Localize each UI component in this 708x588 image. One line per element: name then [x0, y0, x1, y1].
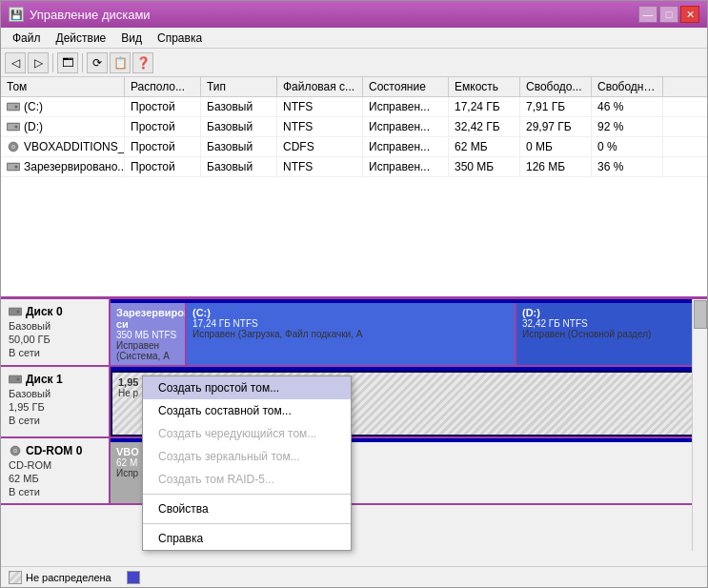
svg-point-11 — [15, 166, 18, 169]
partition-reserved[interactable]: Зарезервировано си 350 МБ NTFS Исправен … — [111, 303, 187, 365]
col-free[interactable]: Свободо... — [520, 77, 592, 96]
svg-point-2 — [15, 106, 18, 109]
up-button[interactable]: 🗔 — [57, 52, 78, 73]
cell-3-7: 36 % — [592, 157, 663, 176]
svg-point-8 — [12, 146, 14, 148]
disk-label-status-0: В сети — [9, 347, 101, 358]
cell-3-6: 126 МБ — [520, 157, 592, 176]
partition-fs: 350 МБ NTFS — [116, 330, 179, 340]
back-button[interactable]: ◁ — [5, 52, 26, 73]
partition-d[interactable]: (D:) 32,42 ГБ NTFS Исправен (Основной ра… — [516, 303, 707, 365]
disk-partitions-0: Зарезервировано си 350 МБ NTFS Исправен … — [111, 299, 707, 365]
disk-label-1: Диск 1 Базовый 1,95 ГБ В сети — [1, 367, 111, 436]
cell-1-7: 92 % — [592, 117, 663, 136]
cell-1-2: Базовый — [201, 117, 277, 136]
disk-label-status-1: В сети — [9, 415, 101, 426]
cell-2-5: 62 МБ — [449, 137, 520, 156]
properties-button[interactable]: 📋 — [110, 52, 131, 73]
minimize-button[interactable]: — — [638, 6, 657, 23]
menu-help[interactable]: Справка — [150, 30, 210, 46]
cell-name-1: (D:) — [1, 117, 125, 136]
scroll-thumb[interactable] — [694, 300, 707, 329]
cell-0-1: Простой — [125, 97, 201, 116]
partition-status: Исправен (Загрузка, Файл подкачки, А — [192, 329, 509, 339]
col-type[interactable]: Тип — [201, 77, 277, 96]
cell-2-2: Базовый — [201, 137, 277, 156]
cell-3-3: NTFS — [277, 157, 363, 176]
cell-1-5: 32,42 ГБ — [449, 117, 520, 136]
col-volume[interactable]: Том — [1, 77, 125, 96]
disk-label-title-1: Диск 1 — [9, 373, 101, 386]
refresh-button[interactable]: ⟳ — [87, 52, 108, 73]
disk0-icon — [9, 306, 22, 317]
col-status[interactable]: Состояние — [363, 77, 449, 96]
legend-unalloc: Не распределена — [9, 571, 111, 584]
ctx-create-raid5: Создать том RAID-5... — [143, 468, 351, 491]
col-location[interactable]: Располо... — [125, 77, 201, 96]
menu-bar: Файл Действие Вид Справка — [1, 28, 707, 49]
forward-button[interactable]: ▷ — [28, 52, 49, 73]
menu-view[interactable]: Вид — [113, 30, 150, 46]
hdd-icon — [7, 161, 20, 172]
ctx-create-mirror: Создать зеркальный том... — [143, 445, 351, 468]
disk-row-0: Диск 0 Базовый 50,00 ГБ В сети Зарезерви… — [1, 299, 707, 367]
disk-label-cdrom: CD-ROM 0 CD-ROM 62 МБ В сети — [1, 438, 111, 503]
cell-1-4: Исправен... — [363, 117, 449, 136]
table-row[interactable]: VBOXADDITIONS_... Простой Базовый CDFS И… — [1, 137, 707, 157]
cell-0-4: Исправен... — [363, 97, 449, 116]
context-menu: Создать простой том... Создать составной… — [142, 375, 352, 551]
table-row[interactable]: (D:) Простой Базовый NTFS Исправен... 32… — [1, 117, 707, 137]
svg-point-5 — [15, 126, 18, 129]
svg-point-15 — [17, 378, 20, 381]
disk-label-0: Диск 0 Базовый 50,00 ГБ В сети — [1, 299, 111, 365]
svg-rect-14 — [9, 375, 22, 383]
close-button[interactable]: ✕ — [680, 6, 699, 23]
disk-rows: Диск 0 Базовый 50,00 ГБ В сети Зарезерви… — [1, 299, 707, 566]
cell-2-1: Простой — [125, 137, 201, 156]
cell-3-5: 350 МБ — [449, 157, 520, 176]
cell-0-7: 46 % — [592, 97, 663, 116]
partition-fs: 32,42 ГБ NTFS — [522, 318, 699, 329]
disk-label-size-0: 50,00 ГБ — [9, 334, 101, 345]
menu-action[interactable]: Действие — [49, 30, 114, 46]
cell-2-6: 0 МБ — [520, 137, 592, 156]
ctx-create-spanned[interactable]: Создать составной том... — [143, 399, 351, 422]
title-bar-left: 💾 Управление дисками — [9, 7, 151, 22]
table-row[interactable]: Зарезервировано... Простой Базовый NTFS … — [1, 157, 707, 177]
col-filesystem[interactable]: Файловая с... — [277, 77, 363, 96]
ctx-separator-2 — [143, 523, 351, 524]
hdd-icon — [7, 101, 20, 112]
partition-status: Исправен (Система, A — [116, 340, 179, 361]
partition-status: Исправен (Основной раздел) — [522, 329, 699, 339]
legend-primary — [127, 571, 140, 584]
svg-point-13 — [17, 311, 20, 314]
toolbar-separator-2 — [82, 53, 83, 72]
table-row[interactable]: (C:) Простой Базовый NTFS Исправен... 17… — [1, 97, 707, 117]
svg-point-18 — [14, 450, 16, 452]
maximize-button[interactable]: □ — [659, 6, 678, 23]
help-button[interactable]: ❓ — [132, 52, 153, 73]
ctx-help[interactable]: Справка — [143, 527, 351, 550]
disk-label-status-cdrom: В сети — [9, 486, 101, 497]
scrollbar[interactable] — [692, 299, 707, 551]
disk1-icon — [9, 374, 22, 385]
legend-label-unalloc: Не распределена — [26, 572, 111, 583]
cell-1-1: Простой — [125, 117, 201, 136]
ctx-create-simple[interactable]: Создать простой том... — [143, 376, 351, 399]
cell-2-3: CDFS — [277, 137, 363, 156]
partition-name: (D:) — [522, 307, 699, 318]
cell-0-6: 7,91 ГБ — [520, 97, 592, 116]
col-capacity[interactable]: Емкость — [449, 77, 520, 96]
disk-label-title-0: Диск 0 — [9, 305, 101, 318]
cell-0-3: NTFS — [277, 97, 363, 116]
content-area: Том Располо... Тип Файловая с... Состоян… — [1, 77, 707, 587]
ctx-properties[interactable]: Свойства — [143, 497, 351, 520]
top-pane: Том Располо... Тип Файловая с... Состоян… — [1, 77, 707, 299]
hdd-icon — [7, 121, 20, 132]
col-free-pct[interactable]: Свободно % — [592, 77, 663, 96]
cell-name-2: VBOXADDITIONS_... — [1, 137, 125, 156]
toolbar-separator-1 — [52, 53, 53, 72]
svg-rect-12 — [9, 308, 22, 315]
partition-c[interactable]: (C:) 17,24 ГБ NTFS Исправен (Загрузка, Ф… — [187, 303, 516, 365]
menu-file[interactable]: Файл — [5, 30, 49, 46]
